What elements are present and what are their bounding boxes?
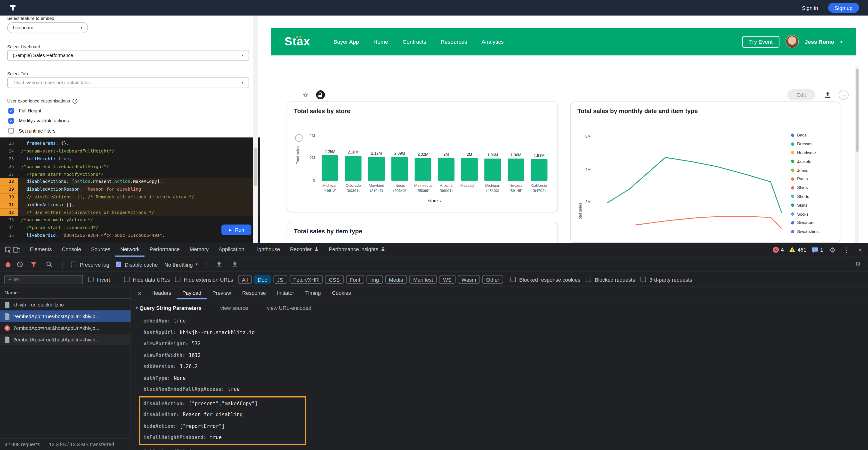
edit-button[interactable]: Edit [787, 89, 815, 100]
nav-item-resources[interactable]: Resources [441, 38, 467, 45]
chip-css[interactable]: CSS [325, 275, 344, 284]
request-row[interactable]: khivjb--run.stackblitz.io [0, 299, 131, 310]
detail-tab-timing[interactable]: Timing [300, 287, 327, 299]
y-axis-label[interactable]: Total sales [578, 193, 582, 231]
chip-media[interactable]: Media [385, 275, 407, 284]
error-count[interactable]: × 4 [772, 247, 784, 253]
tab-performance-insights[interactable]: Performance insights [324, 243, 390, 257]
code-line[interactable]: 25 fullHeight: true, [0, 155, 260, 163]
bar[interactable] [507, 158, 524, 181]
chevron-down-icon[interactable]: ▾ [840, 39, 842, 44]
more-options-button[interactable]: ⋯ [839, 90, 848, 100]
legend-item-headwear[interactable]: Headwear [791, 148, 819, 157]
star-icon[interactable]: ☆ [302, 91, 309, 99]
code-line[interactable]: 33/*param-end-modifyActions*/ [0, 216, 260, 224]
checkbox[interactable] [175, 277, 180, 282]
embed-scrollbar[interactable] [856, 66, 859, 243]
settings-gear-icon[interactable]: ⚙ [828, 244, 837, 255]
tab-performance[interactable]: Performance [145, 243, 185, 257]
avatar[interactable] [785, 35, 799, 48]
code-editor[interactable]: 23 frameParams: {},24/*param-start-liveb… [0, 137, 260, 243]
code-line[interactable]: 24/*param-start-liveboardFullHeight*/ [0, 147, 260, 155]
chip-img[interactable]: Img [366, 275, 383, 284]
tab-sources[interactable]: Sources [86, 243, 116, 257]
network-settings-gear-icon[interactable]: ⚙ [854, 259, 863, 270]
bar[interactable] [438, 158, 454, 181]
legend-item-jackets[interactable]: Jackets [791, 157, 819, 166]
chip-fetch-xhr[interactable]: Fetch/XHR [289, 275, 323, 284]
legend-item-sweatshirts[interactable]: Sweatshirts [791, 227, 819, 236]
view-source-link[interactable]: view source [220, 305, 248, 311]
detail-tab-initiator[interactable]: Initiator [271, 287, 300, 299]
kebab-menu-icon[interactable]: ⋮ [842, 244, 851, 255]
detail-tab-payload[interactable]: Payload [177, 287, 207, 299]
chip-font[interactable]: Font [346, 275, 364, 284]
code-line[interactable]: 23 frameParams: {}, [0, 140, 260, 147]
tab-application[interactable]: Application [214, 243, 249, 257]
detail-tab-headers[interactable]: Headers [146, 287, 177, 299]
request-row[interactable]: ?embedApp=true&hostAppUrl=khivjb... [0, 334, 131, 345]
tab-select[interactable]: This Liveboard does not contain tabs ▾ [7, 77, 249, 88]
export-har-icon[interactable] [230, 259, 239, 270]
close-devtools-icon[interactable]: × [856, 244, 865, 255]
tab-memory[interactable]: Memory [185, 243, 213, 257]
chip-js[interactable]: JS [273, 275, 287, 284]
warning-count[interactable]: 461 [789, 247, 806, 253]
left-scrollbar[interactable] [253, 16, 258, 243]
legend-item-shorts[interactable]: Shorts [791, 192, 819, 201]
legend-item-socks[interactable]: Socks [791, 209, 819, 218]
scrollbar-thumb[interactable] [254, 147, 257, 186]
bar[interactable] [415, 158, 431, 181]
throttling-select[interactable]: No throttling ▾ [164, 261, 197, 268]
chip-manifest[interactable]: Manifest [409, 275, 437, 284]
bar[interactable] [368, 157, 385, 181]
legend-item-sweaters[interactable]: Sweaters [791, 218, 819, 227]
detail-tab-cookies[interactable]: Cookies [327, 287, 356, 299]
record-icon[interactable] [6, 262, 11, 267]
disable-cache-toggle[interactable]: ✓ Disable cache [116, 261, 158, 268]
run-button[interactable]: ▶ Run [222, 224, 251, 235]
request-row[interactable]: ×?embedApp=true&hostAppUrl=khivjb... [0, 322, 131, 334]
tab-elements[interactable]: Elements [25, 243, 57, 257]
stax-logo[interactable]: Stax [284, 35, 310, 48]
info-icon[interactable]: i [73, 99, 78, 104]
legend-item-shirts[interactable]: Shirts [791, 184, 819, 192]
legend-item-bags[interactable]: Bags [791, 131, 819, 140]
sign-in-link[interactable]: Sign in [802, 5, 818, 11]
clear-icon[interactable] [17, 261, 23, 267]
hide-data-urls-toggle[interactable]: Hide data URLs [124, 276, 170, 282]
chip-ws[interactable]: WS [439, 275, 456, 284]
nav-item-contracts[interactable]: Contracts [403, 38, 426, 45]
detail-tab-preview[interactable]: Preview [207, 287, 237, 299]
tab-recorder[interactable]: Recorder [285, 243, 324, 257]
inspect-icon[interactable] [3, 244, 12, 255]
detail-tab-response[interactable]: Response [237, 287, 271, 299]
bar[interactable] [461, 158, 477, 181]
hide-extension-urls-toggle[interactable]: Hide extension URLs [175, 276, 233, 282]
request-row[interactable]: ?embedApp=true&hostAppUrl=khivjb... [0, 310, 131, 322]
chip-doc[interactable]: Doc [254, 275, 271, 284]
legend-item-skirts[interactable]: Skirts [791, 201, 819, 209]
checkbox[interactable] [510, 277, 516, 282]
code-line[interactable]: 29 disabledActionReason: "Reason for dis… [0, 186, 260, 193]
code-line[interactable]: 34 /*param-start-liveboardId*/ [0, 224, 260, 231]
chip-other[interactable]: Other [482, 275, 503, 284]
bar[interactable] [392, 157, 408, 181]
try-event-button[interactable]: Try Event [742, 36, 779, 47]
filter-funnel-icon[interactable] [29, 259, 38, 270]
x-axis-label[interactable]: store▾ [318, 198, 551, 203]
code-line[interactable]: 30 // visibleActions: [], /* Removes all… [0, 193, 260, 201]
code-line[interactable]: 27 /*param-start-modifyActions*/ [0, 170, 260, 178]
feature-select[interactable]: Liveboard ▾ [7, 22, 88, 33]
code-line[interactable]: 32 /* Use either visibleActions or hidde… [0, 208, 260, 216]
option-modify-available-actions[interactable]: ✓Modify available actions [8, 116, 69, 126]
import-har-icon[interactable] [215, 259, 224, 270]
code-line[interactable]: 35 liveboardId: "d084c256-e284-4fc4-b80c… [0, 231, 260, 239]
view-url-encoded-link[interactable]: view URL-encoded [267, 305, 311, 311]
filter-3rd-party-requests[interactable]: 3rd-party requests [641, 276, 692, 282]
bar[interactable] [531, 159, 547, 181]
user-name[interactable]: Jess Romo [805, 38, 834, 45]
name-column-header[interactable]: Name [0, 287, 131, 299]
axis-download-icon[interactable]: ↓ [295, 134, 303, 142]
checkbox[interactable] [641, 277, 646, 282]
